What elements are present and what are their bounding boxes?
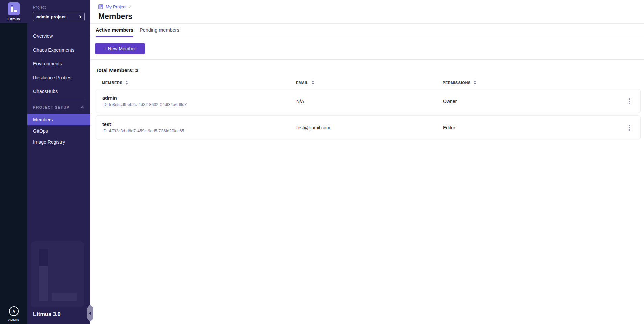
column-header-permissions[interactable]: PERMISSIONS (443, 81, 619, 85)
sort-icon[interactable] (312, 81, 314, 85)
collapse-arrow-icon (89, 312, 91, 315)
column-header-members[interactable]: MEMBERS (102, 81, 296, 85)
project-breadcrumb-icon[interactable] (98, 4, 103, 9)
sidebar-item-overview[interactable]: Overview (27, 29, 90, 43)
sidebar-item-environments[interactable]: Environments (27, 57, 90, 71)
sidebar-item-gitops[interactable]: GitOps (27, 125, 90, 136)
sidebar-collapse-button[interactable] (87, 305, 93, 322)
column-header-email[interactable]: EMAIL (296, 81, 443, 85)
litmus-home-button[interactable]: Litmus (0, 0, 27, 23)
project-setup-label: PROJECT SETUP (33, 105, 69, 109)
sidebar-item-members[interactable]: Members (27, 114, 90, 125)
page-title: Members (98, 12, 644, 21)
project-label: Project (27, 0, 90, 10)
member-name: admin (102, 95, 296, 101)
brand-name: Litmus (7, 17, 20, 21)
main-content: My Project Members Active members Pendin… (90, 0, 644, 324)
member-cell: test ID: 4ff92c3d-d6e7-459c-9ed5-736fd2f… (102, 122, 296, 133)
litmus-logo-icon (8, 2, 20, 15)
sidebar-item-resilience-probes[interactable]: Resilience Probes (27, 71, 90, 84)
page-header: My Project Members (90, 0, 644, 24)
members-list-section: Total Members: 2 MEMBERS EMAIL PERMISSIO… (90, 60, 644, 139)
member-email: test@gamil.com (296, 125, 443, 130)
tab-pending-members[interactable]: Pending members (140, 24, 179, 37)
breadcrumb-chevron-icon (128, 5, 131, 8)
breadcrumb: My Project (98, 4, 644, 9)
sort-icon[interactable] (125, 81, 128, 85)
rail-bottom: A ADMIN (0, 306, 27, 321)
chevron-up-icon (81, 106, 84, 110)
sidebar-item-image-registry[interactable]: Image Registry (27, 136, 90, 147)
watermark-shape (52, 293, 77, 301)
row-menu-button[interactable] (627, 96, 632, 106)
member-permission: Editor (443, 125, 619, 130)
version-label: Litmus 3.0 (33, 311, 61, 317)
member-email: N/A (296, 99, 443, 104)
sort-icon[interactable] (474, 81, 476, 85)
project-selector[interactable]: admin-project (33, 12, 85, 21)
member-tabs: Active members Pending members (90, 24, 644, 37)
project-setup-section-toggle[interactable]: PROJECT SETUP (27, 103, 90, 111)
row-menu-button[interactable] (627, 123, 632, 133)
avatar[interactable]: A (9, 306, 19, 316)
breadcrumb-my-project-link[interactable]: My Project (106, 4, 126, 9)
member-id: ID: fe8e5cd9-eb2c-4d32-8632-04df34a6d6c7 (102, 102, 296, 107)
sidebar-divider (33, 100, 86, 100)
sidebar: Project admin-project Overview Chaos Exp… (27, 0, 90, 324)
member-cell: admin ID: fe8e5cd9-eb2c-4d32-8632-04df34… (102, 95, 296, 107)
new-member-button[interactable]: + New Member (95, 43, 145, 54)
brand-rail: Litmus A ADMIN (0, 0, 27, 324)
table-row[interactable]: admin ID: fe8e5cd9-eb2c-4d32-8632-04df34… (96, 89, 641, 113)
member-permission: Owner (443, 99, 619, 104)
watermark-shape (39, 249, 48, 266)
project-setup-nav: Members GitOps Image Registry (27, 114, 90, 147)
tab-active-members[interactable]: Active members (96, 24, 133, 37)
project-selector-value: admin-project (36, 14, 66, 19)
toolbar: + New Member (90, 37, 644, 60)
main-nav: Overview Chaos Experiments Environments … (27, 29, 90, 98)
watermark-shape (39, 266, 48, 301)
litmus-watermark-illustration (31, 241, 84, 307)
sidebar-item-chaoshubs[interactable]: ChaosHubs (27, 84, 90, 98)
chevron-right-icon (78, 15, 82, 18)
member-name: test (102, 122, 296, 127)
admin-label: ADMIN (8, 318, 19, 321)
sidebar-item-chaos-experiments[interactable]: Chaos Experiments (27, 43, 90, 57)
avatar-initial: A (13, 309, 15, 313)
member-id: ID: 4ff92c3d-d6e7-459c-9ed5-736fd2f0ac65 (102, 129, 296, 133)
total-members-count: Total Members: 2 (96, 67, 641, 73)
app-root: Litmus A ADMIN Project admin-project Ove… (0, 0, 644, 324)
table-row[interactable]: test ID: 4ff92c3d-d6e7-459c-9ed5-736fd2f… (96, 115, 641, 139)
table-header-row: MEMBERS EMAIL PERMISSIONS (96, 79, 641, 87)
